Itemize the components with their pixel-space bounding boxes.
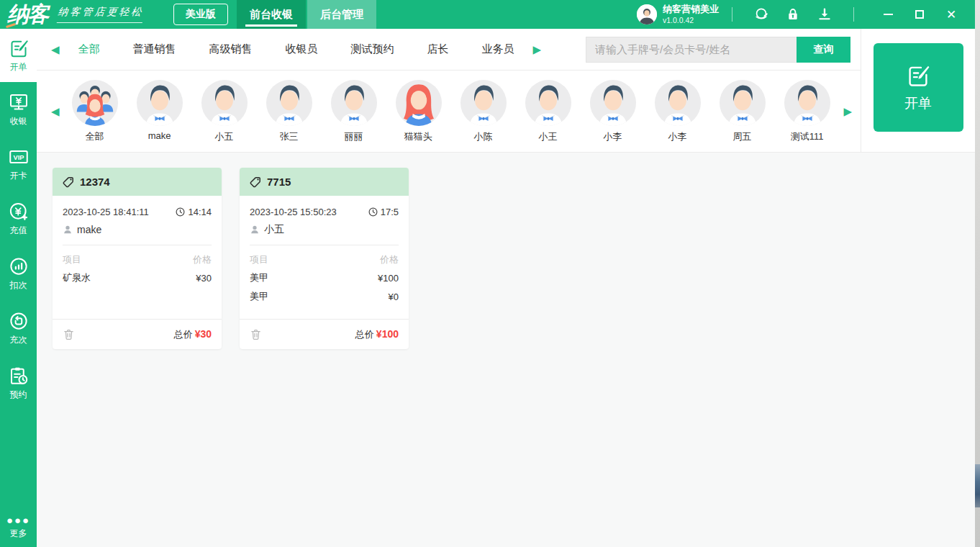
staff-item-周五[interactable]: 周五: [710, 79, 775, 143]
service-icon[interactable]: [753, 6, 769, 22]
nav-tab-label: 前台收银: [250, 8, 293, 22]
role-filter-tab-测试预约[interactable]: 测试预约: [351, 42, 394, 56]
staff-item-猫猫头[interactable]: 猫猫头: [386, 79, 451, 143]
account-info[interactable]: 纳客营销美业 v1.0.0.42: [637, 4, 719, 24]
order-item-row: 美甲 ¥100: [250, 268, 399, 287]
logo-text: 纳客: [7, 0, 47, 30]
filter-scroll-left-icon[interactable]: ◀: [51, 43, 60, 56]
sidebar-item-收银[interactable]: 收银: [0, 82, 37, 137]
role-filter-tab-业务员[interactable]: 业务员: [482, 42, 514, 56]
role-filter-tab-高级销售[interactable]: 高级销售: [209, 42, 253, 56]
order-card-header: 12374: [53, 168, 222, 196]
titlebar-right: 纳客营销美业 v1.0.0.42 ✕: [637, 0, 975, 29]
divider: [250, 245, 399, 245]
minimize-icon: [884, 14, 893, 15]
nav-tab-label: 后台管理: [320, 8, 363, 22]
filter-scroll-right-icon[interactable]: ▶: [533, 43, 542, 56]
lock-icon[interactable]: [785, 6, 801, 22]
staff-item-小王[interactable]: 小王: [516, 79, 581, 143]
sidebar-item-label: 开卡: [10, 170, 27, 182]
sidebar-item-label: 充值: [10, 225, 27, 237]
staff-name: 小王: [539, 130, 558, 143]
sidebar-item-label: 更多: [10, 528, 27, 540]
sidebar-item-预约[interactable]: 预约: [0, 356, 37, 410]
clock-icon: [368, 207, 378, 217]
sidebar-item-label: 扣次: [10, 279, 27, 291]
staff-item-小陈[interactable]: 小陈: [451, 79, 516, 143]
role-filter-tab-收银员[interactable]: 收银员: [286, 42, 318, 56]
staff-name: make: [148, 130, 171, 141]
male-avatar: [460, 79, 507, 127]
new-order-button[interactable]: 开单: [874, 43, 963, 132]
logo-slogan: 纳客管店更轻松: [57, 6, 145, 23]
role-filter-tab-店长[interactable]: 店长: [427, 42, 449, 56]
staff-name: 猫猫头: [404, 130, 432, 143]
male-avatar: [784, 79, 831, 127]
staff-item-小五[interactable]: 小五: [192, 79, 257, 143]
nav-tab-后台管理[interactable]: 后台管理: [307, 0, 376, 29]
staff-scroll-left-icon[interactable]: ◀: [51, 105, 60, 118]
staff-scroll-right-icon[interactable]: ▶: [843, 105, 852, 118]
male-avatar: [525, 79, 572, 127]
staff-item-张三[interactable]: 张三: [257, 79, 322, 143]
order-duration: 17:5: [381, 207, 399, 217]
staff-item-make[interactable]: make: [127, 79, 192, 143]
female-avatar: [395, 79, 443, 127]
desktop-background-strip: [975, 0, 980, 547]
total-label: 总价: [174, 329, 193, 340]
role-filter-tabs: 全部普通销售高级销售收银员测试预约店长业务员: [78, 42, 514, 56]
staff-item-丽丽[interactable]: 丽丽: [322, 79, 386, 143]
titlebar-divider: [853, 7, 854, 22]
sidebar-item-扣次[interactable]: 扣次: [0, 246, 37, 301]
main-area: ◀ 全部普通销售高级销售收银员测试预约店长业务员 ▶ 查询 ◀ 全部 make …: [37, 29, 975, 547]
sidebar-item-开卡[interactable]: VIP 开卡: [0, 137, 37, 191]
price-column-header: 价格: [193, 253, 212, 266]
sidebar-item-label: 预约: [10, 389, 27, 401]
edition-badge[interactable]: 美业版: [173, 4, 228, 25]
staff-carousel: ◀ 全部 make 小五 张三 丽丽 猫猫头 小陈 小王 小李 小李 周五 测试…: [37, 71, 861, 152]
order-card-header: 7715: [240, 168, 409, 196]
staff-item-测试111[interactable]: 测试111: [775, 79, 840, 143]
recharge-icon: [8, 201, 30, 222]
staff-item-全部[interactable]: 全部: [63, 79, 127, 143]
staff-item-小李[interactable]: 小李: [645, 79, 710, 143]
staff-name: 测试111: [791, 130, 824, 143]
member-name: 小五: [264, 223, 284, 236]
download-icon[interactable]: [817, 6, 832, 22]
staff-name: 小李: [668, 130, 687, 143]
trash-icon[interactable]: [250, 328, 262, 340]
sidebar-item-充次[interactable]: 充次: [0, 301, 37, 356]
male-avatar: [266, 79, 313, 127]
item-name: 美甲: [250, 290, 268, 303]
sidebar-item-开单[interactable]: 开单: [0, 29, 37, 82]
close-button[interactable]: ✕: [940, 5, 962, 24]
item-price: ¥100: [378, 273, 399, 284]
male-avatar: [589, 79, 637, 127]
trash-icon[interactable]: [63, 328, 75, 340]
sidebar-item-label: 充次: [10, 334, 27, 346]
sidebar-item-more[interactable]: ●●● 更多: [0, 516, 37, 540]
maximize-button[interactable]: [909, 5, 930, 24]
app-window: 纳客 纳客管店更轻松 美业版 前台收银 后台管理 纳客营销美业 v1.0.0.4…: [0, 0, 975, 547]
nav-tab-前台收银[interactable]: 前台收银: [237, 0, 306, 29]
staff-name: 张三: [280, 130, 299, 143]
minimize-button[interactable]: [877, 5, 899, 24]
staff-name: 丽丽: [345, 130, 363, 143]
search-button[interactable]: 查询: [797, 37, 850, 63]
order-card[interactable]: 12374 2023-10-25 18:41:11 14:14 make 项目 …: [53, 168, 222, 349]
role-filter-tab-普通销售[interactable]: 普通销售: [133, 42, 176, 56]
titlebar: 纳客 纳客管店更轻松 美业版 前台收银 后台管理 纳客营销美业 v1.0.0.4…: [0, 0, 975, 29]
order-icon: [8, 37, 30, 59]
order-datetime: 2023-10-25 18:41:11: [63, 207, 149, 217]
search-input[interactable]: [586, 37, 797, 63]
app-version: v1.0.0.42: [663, 16, 719, 25]
order-card[interactable]: 7715 2023-10-25 15:50:23 17:5 小五 项目 价格 美…: [240, 168, 409, 349]
male-avatar: [136, 79, 183, 127]
sidebar-item-充值[interactable]: 充值: [0, 191, 37, 246]
order-item-row: 美甲 ¥0: [250, 287, 399, 306]
cashier-icon: [8, 91, 30, 113]
staff-item-小李[interactable]: 小李: [581, 79, 645, 143]
app-logo: 纳客 纳客管店更轻松: [0, 0, 143, 29]
role-filter-tab-全部[interactable]: 全部: [78, 42, 100, 56]
role-filter-bar: ◀ 全部普通销售高级销售收银员测试预约店长业务员 ▶ 查询: [37, 29, 861, 71]
